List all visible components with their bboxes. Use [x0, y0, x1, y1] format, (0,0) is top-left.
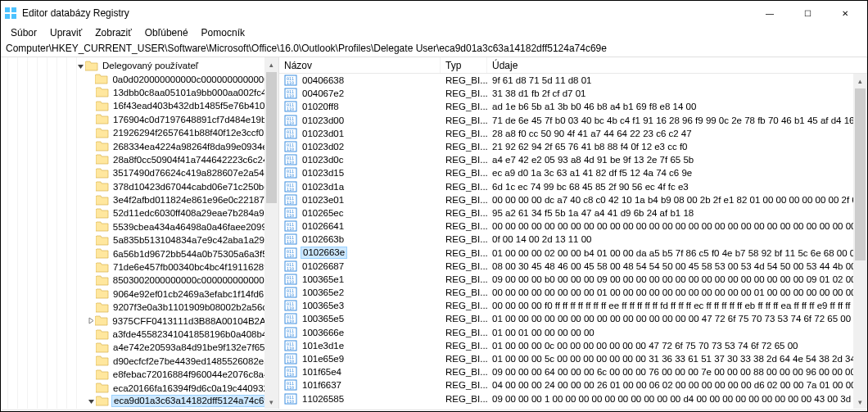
- tree-item[interactable]: a3fde45582341041858196b0a408b48b6: [1, 328, 278, 341]
- list-scrollbar[interactable]: ▴ ▾: [853, 74, 867, 409]
- value-row[interactable]: 011110101e3d1eREG_BI...01 00 00 00 0c 00…: [279, 339, 867, 352]
- tree-item[interactable]: 9207f3e0a3b1101909b08002b2a56c2: [1, 301, 278, 314]
- value-row[interactable]: 01111001023d00REG_BI...71 de 6e 45 7f b0…: [279, 114, 867, 127]
- value-type: REG_BI...: [441, 182, 487, 192]
- value-type: REG_BI...: [441, 155, 487, 165]
- tree-item-label: eca20166fa16394f9d6c0a19c4409323: [111, 383, 275, 393]
- tree-item[interactable]: eca9d01a3c63a14182dff5124a74c69e: [1, 395, 278, 408]
- menu-view[interactable]: Zobraziť: [88, 25, 138, 40]
- tree-item[interactable]: GroupsStore: [1, 408, 278, 409]
- value-row[interactable]: 011110004067e2REG_BI...31 38 d1 fb 2f cf…: [279, 87, 867, 100]
- folder-icon: [96, 396, 109, 406]
- tree-item[interactable]: 8503002000000000c000000000000046: [1, 274, 278, 287]
- maximize-button[interactable]: ☐: [789, 1, 826, 25]
- folder-icon: [96, 248, 109, 259]
- value-name: 00406638: [301, 75, 346, 85]
- folder-icon: [96, 355, 109, 366]
- value-row[interactable]: 01111011026585REG_BI...09 00 00 00 1 00 …: [279, 392, 867, 405]
- value-row[interactable]: 011110100365e3REG_BI...00 00 00 00 f0 ff…: [279, 299, 867, 312]
- minimize-button[interactable]: —: [751, 1, 789, 25]
- tree-item[interactable]: Delegovaný používateľ: [1, 59, 278, 72]
- tree-item-label: 13dbb0c8aa05101a9bb000aa002fc45a: [111, 88, 278, 97]
- tree-item[interactable]: 3517490d76624c419a828607e2a54564: [1, 166, 278, 179]
- value-row[interactable]: 01111001023d1aREG_BI...6d 1c ec 74 99 bc…: [279, 180, 867, 193]
- expand-icon[interactable]: [86, 317, 95, 324]
- binary-value-icon: 011110: [284, 247, 297, 259]
- value-row[interactable]: 0111101003666eREG_BI...01 00 01 00 00 00…: [279, 326, 867, 339]
- tree-item[interactable]: 3e4f2afbd011824e861e96e0c2218738: [1, 193, 278, 206]
- value-row[interactable]: 011110100365e5REG_BI...01 00 00 00 00 00…: [279, 312, 867, 325]
- tree-item[interactable]: 16f43ead403b432db1485f5e76b4101d: [1, 99, 278, 112]
- menu-help[interactable]: Pomocník: [195, 25, 251, 40]
- binary-value-icon: 011110: [284, 88, 297, 99]
- value-row[interactable]: 01111001023d01REG_BI...28 a8 f0 cc 50 90…: [279, 127, 867, 140]
- value-row[interactable]: 01111000406638REG_BI...9f 61 d8 71 5d 11…: [279, 74, 867, 87]
- value-row[interactable]: 0111100102663bREG_BI...0f 00 14 00 2d 13…: [279, 233, 867, 246]
- tree-item[interactable]: 9064e92ef01cb2469a3efabc1f14fd6: [1, 287, 278, 301]
- value-row[interactable]: 011110100365e1REG_BI...09 00 00 00 b0 00…: [279, 273, 867, 286]
- value-row[interactable]: 011110101f65e4REG_BI...09 00 00 00 64 00…: [279, 365, 867, 378]
- column-data[interactable]: Údaje: [487, 57, 867, 73]
- address-bar[interactable]: Computer\HKEY_CURRENT_USER\Software\Micr…: [1, 42, 867, 57]
- folder-icon: [96, 221, 109, 232]
- svg-text:110: 110: [287, 147, 294, 152]
- value-row[interactable]: 01111001026641REG_BI...00 00 00 00 00 00…: [279, 220, 867, 233]
- tree-item[interactable]: 5539cbea434a46498a0a46faee2099eef: [1, 220, 278, 233]
- tree-item[interactable]: a4e742e20593a84d91be9f132e7f655b: [1, 341, 278, 354]
- tree-scroll-thumb[interactable]: [266, 72, 277, 203]
- value-name: 01023d01: [301, 129, 346, 138]
- value-data: 01 00 01 00 00 00 00 00: [487, 328, 867, 337]
- tree-item[interactable]: e8febac72016884f960044e2076c8a4eb: [1, 368, 278, 381]
- tree-item[interactable]: d90ecfcf2e7be4439ed1485526082e3f: [1, 355, 278, 368]
- value-row[interactable]: 01111001023d02REG_BI...21 92 62 94 2f 65…: [279, 140, 867, 153]
- menu-favorites[interactable]: Obľúbené: [138, 25, 195, 40]
- tree-item[interactable]: 71de6e457fb00340bc4bc4f191162896: [1, 260, 278, 274]
- tree-item[interactable]: 0a0d020000000000c0000000000000046: [1, 72, 278, 85]
- folder-icon: [96, 275, 109, 286]
- column-type[interactable]: Typ: [441, 57, 487, 73]
- value-row[interactable]: 0111100102663eREG_BI...01 00 00 00 02 00…: [279, 246, 867, 259]
- list-scroll-thumb[interactable]: [855, 88, 866, 260]
- tree-item[interactable]: 5a835b513104834a7e9c42aba1a2940: [1, 233, 278, 247]
- scroll-up-icon[interactable]: ▴: [853, 74, 867, 88]
- tree-item[interactable]: 9375CFF0413111d3B88A00104B2A6676: [1, 314, 278, 327]
- binary-value-icon: 011110: [284, 353, 297, 364]
- value-row[interactable]: 011110010265ecREG_BI...95 a2 61 34 f5 5b…: [279, 206, 867, 220]
- column-name[interactable]: Názov: [279, 57, 441, 73]
- menu-file[interactable]: Súbor: [4, 25, 43, 40]
- value-row[interactable]: 011110100365e2REG_BI...00 00 00 00 00 00…: [279, 286, 867, 299]
- value-row[interactable]: 011110101f6637REG_BI...04 00 00 00 24 00…: [279, 378, 867, 392]
- folder-icon: [96, 262, 109, 273]
- tree-scrollbar[interactable]: ▴ ▾: [264, 57, 278, 409]
- value-row[interactable]: 01111001023d0cREG_BI...a4 e7 42 e2 05 93…: [279, 153, 867, 166]
- tree-item[interactable]: 268334ea4224a98264f8da99e0934ef: [1, 139, 278, 152]
- tree-item[interactable]: 21926294f2657641b88f40f12e3ccf0: [1, 126, 278, 139]
- value-name: 1003666e: [301, 328, 346, 337]
- value-data: 00 00 00 00 f0 ff ff ff ff ff ff ff ee f…: [487, 301, 867, 310]
- scroll-up-icon[interactable]: ▴: [264, 57, 278, 71]
- tree-item-label: 9207f3e0a3b1101909b08002b2a56c2: [111, 302, 274, 312]
- value-row[interactable]: 01111001023e01REG_BI...00 00 00 00 dc a7…: [279, 193, 867, 206]
- value-name: 01020ff8: [301, 102, 341, 111]
- value-data: 01 00 00 00 5c 00 00 00 00 00 00 00 31 3…: [487, 354, 867, 364]
- value-name: 11026585: [301, 394, 346, 404]
- scroll-down-icon[interactable]: ▾: [264, 395, 278, 409]
- tree-item[interactable]: eca20166fa16394f9d6c0a19c4409323: [1, 381, 278, 394]
- value-row[interactable]: 011110101e65e9REG_BI...01 00 00 00 5c 00…: [279, 352, 867, 365]
- expand-collapse-icon[interactable]: [75, 62, 85, 70]
- tree-item[interactable]: 52d11edc6030ff408a29eae7b284a93f: [1, 206, 278, 220]
- close-button[interactable]: ✕: [826, 1, 864, 25]
- tree-item[interactable]: 176904c0d7197648891cf7d484e19b33: [1, 113, 278, 126]
- expand-collapse-icon[interactable]: [86, 397, 96, 405]
- value-row[interactable]: 01111001026687REG_BI...08 00 30 45 48 46…: [279, 260, 867, 273]
- value-row[interactable]: 01111001020ff8REG_BI...ad 1e b6 5b a1 3b…: [279, 100, 867, 113]
- folder-icon: [96, 235, 109, 246]
- value-row[interactable]: 01111001023d15REG_BI...ec a9 d0 1a 3c 63…: [279, 166, 867, 179]
- tree-item[interactable]: 13dbb0c8aa05101a9bb000aa002fc45a: [1, 86, 278, 99]
- tree-item[interactable]: 28a8f0cc50904f41a744642223c6c247: [1, 153, 278, 166]
- tree-item[interactable]: 378d10423d67044cabd06e71c250bef3: [1, 180, 278, 193]
- folder-icon: [96, 302, 109, 313]
- scroll-down-icon[interactable]: ▾: [853, 395, 867, 409]
- menu-edit[interactable]: Upraviť: [43, 25, 88, 40]
- tree-item[interactable]: 6a56b1d9672bb544a0b75305a6a3f58d: [1, 247, 278, 260]
